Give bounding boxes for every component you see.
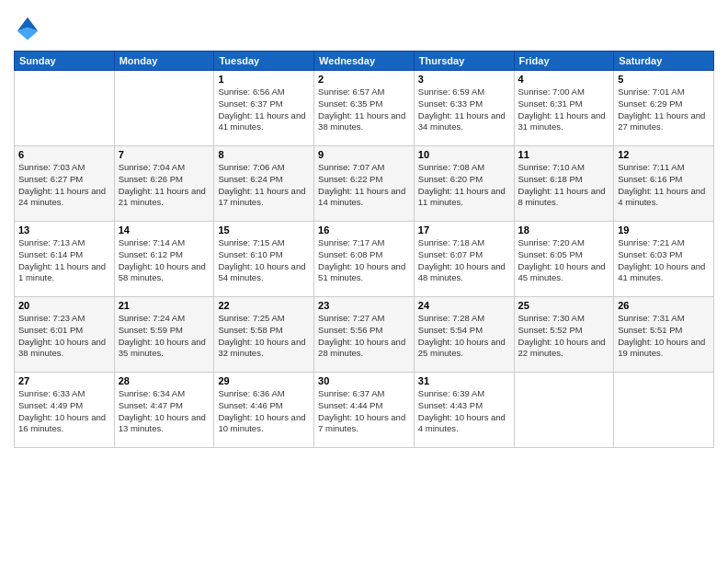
day-number: 5	[618, 74, 710, 85]
day-info: Sunrise: 7:30 AM Sunset: 5:52 PM Dayligh…	[518, 313, 610, 360]
day-info: Sunrise: 7:25 AM Sunset: 5:58 PM Dayligh…	[218, 313, 310, 360]
day-number: 28	[119, 375, 210, 386]
calendar-cell: 18Sunrise: 7:20 AM Sunset: 6:05 PM Dayli…	[514, 222, 614, 297]
day-info: Sunrise: 6:59 AM Sunset: 6:33 PM Dayligh…	[418, 86, 510, 133]
day-number: 17	[418, 224, 510, 236]
day-number: 10	[418, 149, 510, 160]
day-info: Sunrise: 6:34 AM Sunset: 4:47 PM Dayligh…	[119, 388, 210, 435]
calendar-cell: 8Sunrise: 7:06 AM Sunset: 6:24 PM Daylig…	[214, 146, 314, 222]
weekday-header-row: SundayMondayTuesdayWednesdayThursdayFrid…	[15, 52, 714, 71]
logo-icon	[14, 14, 41, 41]
calendar-cell: 20Sunrise: 7:23 AM Sunset: 6:01 PM Dayli…	[15, 297, 115, 373]
calendar-cell: 1Sunrise: 6:56 AM Sunset: 6:37 PM Daylig…	[214, 71, 314, 146]
day-number: 30	[318, 375, 410, 386]
calendar-cell: 29Sunrise: 6:36 AM Sunset: 4:46 PM Dayli…	[214, 373, 314, 448]
calendar-cell	[114, 71, 214, 146]
calendar-cell: 9Sunrise: 7:07 AM Sunset: 6:22 PM Daylig…	[314, 146, 415, 222]
day-number: 20	[18, 300, 110, 311]
calendar-cell: 16Sunrise: 7:17 AM Sunset: 6:08 PM Dayli…	[314, 222, 415, 297]
calendar: SundayMondayTuesdayWednesdayThursdayFrid…	[14, 51, 714, 448]
day-info: Sunrise: 7:13 AM Sunset: 6:14 PM Dayligh…	[18, 237, 110, 284]
week-row-5: 27Sunrise: 6:33 AM Sunset: 4:49 PM Dayli…	[15, 373, 714, 448]
day-number: 16	[318, 224, 410, 236]
day-number: 6	[18, 149, 110, 160]
day-info: Sunrise: 7:11 AM Sunset: 6:16 PM Dayligh…	[618, 162, 710, 209]
calendar-cell: 5Sunrise: 7:01 AM Sunset: 6:29 PM Daylig…	[614, 71, 714, 146]
calendar-cell: 11Sunrise: 7:10 AM Sunset: 6:18 PM Dayli…	[514, 146, 614, 222]
day-info: Sunrise: 7:06 AM Sunset: 6:24 PM Dayligh…	[218, 162, 310, 209]
weekday-header-monday: Monday	[114, 52, 214, 71]
weekday-header-thursday: Thursday	[414, 52, 514, 71]
weekday-header-saturday: Saturday	[614, 52, 714, 71]
calendar-cell: 27Sunrise: 6:33 AM Sunset: 4:49 PM Dayli…	[15, 373, 115, 448]
day-number: 2	[318, 74, 410, 85]
day-number: 12	[618, 149, 710, 160]
week-row-4: 20Sunrise: 7:23 AM Sunset: 6:01 PM Dayli…	[15, 297, 714, 373]
calendar-cell: 7Sunrise: 7:04 AM Sunset: 6:26 PM Daylig…	[114, 146, 214, 222]
calendar-cell: 31Sunrise: 6:39 AM Sunset: 4:43 PM Dayli…	[414, 373, 514, 448]
week-row-1: 1Sunrise: 6:56 AM Sunset: 6:37 PM Daylig…	[15, 71, 714, 146]
calendar-cell: 14Sunrise: 7:14 AM Sunset: 6:12 PM Dayli…	[114, 222, 214, 297]
calendar-cell: 17Sunrise: 7:18 AM Sunset: 6:07 PM Dayli…	[414, 222, 514, 297]
day-number: 31	[418, 375, 510, 386]
calendar-cell	[514, 373, 614, 448]
day-info: Sunrise: 7:27 AM Sunset: 5:56 PM Dayligh…	[318, 313, 410, 360]
day-number: 21	[119, 300, 210, 311]
day-info: Sunrise: 6:33 AM Sunset: 4:49 PM Dayligh…	[18, 388, 110, 435]
day-number: 9	[318, 149, 410, 160]
day-number: 8	[218, 149, 310, 160]
day-info: Sunrise: 6:57 AM Sunset: 6:35 PM Dayligh…	[318, 86, 410, 133]
day-number: 18	[518, 224, 610, 236]
day-info: Sunrise: 7:17 AM Sunset: 6:08 PM Dayligh…	[318, 237, 410, 284]
calendar-cell: 12Sunrise: 7:11 AM Sunset: 6:16 PM Dayli…	[614, 146, 714, 222]
day-info: Sunrise: 6:39 AM Sunset: 4:43 PM Dayligh…	[418, 388, 510, 435]
day-number: 22	[218, 300, 310, 311]
calendar-cell: 23Sunrise: 7:27 AM Sunset: 5:56 PM Dayli…	[314, 297, 415, 373]
page: SundayMondayTuesdayWednesdayThursdayFrid…	[0, 0, 728, 563]
day-info: Sunrise: 6:36 AM Sunset: 4:46 PM Dayligh…	[218, 388, 310, 435]
day-number: 26	[618, 300, 710, 311]
day-number: 11	[518, 149, 610, 160]
day-number: 3	[418, 74, 510, 85]
day-number: 13	[18, 224, 110, 236]
day-info: Sunrise: 7:20 AM Sunset: 6:05 PM Dayligh…	[518, 237, 610, 284]
calendar-cell: 15Sunrise: 7:15 AM Sunset: 6:10 PM Dayli…	[214, 222, 314, 297]
calendar-cell: 28Sunrise: 6:34 AM Sunset: 4:47 PM Dayli…	[114, 373, 214, 448]
day-number: 19	[618, 224, 710, 236]
calendar-cell: 30Sunrise: 6:37 AM Sunset: 4:44 PM Dayli…	[314, 373, 415, 448]
weekday-header-sunday: Sunday	[15, 52, 115, 71]
day-info: Sunrise: 7:14 AM Sunset: 6:12 PM Dayligh…	[119, 237, 210, 284]
day-number: 24	[418, 300, 510, 311]
calendar-cell	[15, 71, 115, 146]
day-info: Sunrise: 7:07 AM Sunset: 6:22 PM Dayligh…	[318, 162, 410, 209]
weekday-header-tuesday: Tuesday	[214, 52, 314, 71]
header	[14, 14, 714, 41]
day-number: 29	[218, 375, 310, 386]
day-info: Sunrise: 7:01 AM Sunset: 6:29 PM Dayligh…	[618, 86, 710, 133]
day-info: Sunrise: 7:00 AM Sunset: 6:31 PM Dayligh…	[518, 86, 610, 133]
day-info: Sunrise: 7:03 AM Sunset: 6:27 PM Dayligh…	[18, 162, 110, 209]
week-row-3: 13Sunrise: 7:13 AM Sunset: 6:14 PM Dayli…	[15, 222, 714, 297]
calendar-cell: 24Sunrise: 7:28 AM Sunset: 5:54 PM Dayli…	[414, 297, 514, 373]
calendar-cell: 19Sunrise: 7:21 AM Sunset: 6:03 PM Dayli…	[614, 222, 714, 297]
day-number: 1	[218, 74, 310, 85]
calendar-cell	[614, 373, 714, 448]
day-info: Sunrise: 7:18 AM Sunset: 6:07 PM Dayligh…	[418, 237, 510, 284]
calendar-cell: 4Sunrise: 7:00 AM Sunset: 6:31 PM Daylig…	[514, 71, 614, 146]
day-number: 7	[119, 149, 210, 160]
calendar-cell: 6Sunrise: 7:03 AM Sunset: 6:27 PM Daylig…	[15, 146, 115, 222]
calendar-cell: 21Sunrise: 7:24 AM Sunset: 5:59 PM Dayli…	[114, 297, 214, 373]
day-info: Sunrise: 7:04 AM Sunset: 6:26 PM Dayligh…	[119, 162, 210, 209]
day-number: 27	[18, 375, 110, 386]
day-number: 25	[518, 300, 610, 311]
calendar-cell: 25Sunrise: 7:30 AM Sunset: 5:52 PM Dayli…	[514, 297, 614, 373]
calendar-cell: 2Sunrise: 6:57 AM Sunset: 6:35 PM Daylig…	[314, 71, 415, 146]
day-number: 4	[518, 74, 610, 85]
calendar-cell: 26Sunrise: 7:31 AM Sunset: 5:51 PM Dayli…	[614, 297, 714, 373]
week-row-2: 6Sunrise: 7:03 AM Sunset: 6:27 PM Daylig…	[15, 146, 714, 222]
day-number: 14	[119, 224, 210, 236]
day-info: Sunrise: 7:24 AM Sunset: 5:59 PM Dayligh…	[119, 313, 210, 360]
day-info: Sunrise: 6:56 AM Sunset: 6:37 PM Dayligh…	[218, 86, 310, 133]
weekday-header-wednesday: Wednesday	[314, 52, 415, 71]
calendar-cell: 13Sunrise: 7:13 AM Sunset: 6:14 PM Dayli…	[15, 222, 115, 297]
